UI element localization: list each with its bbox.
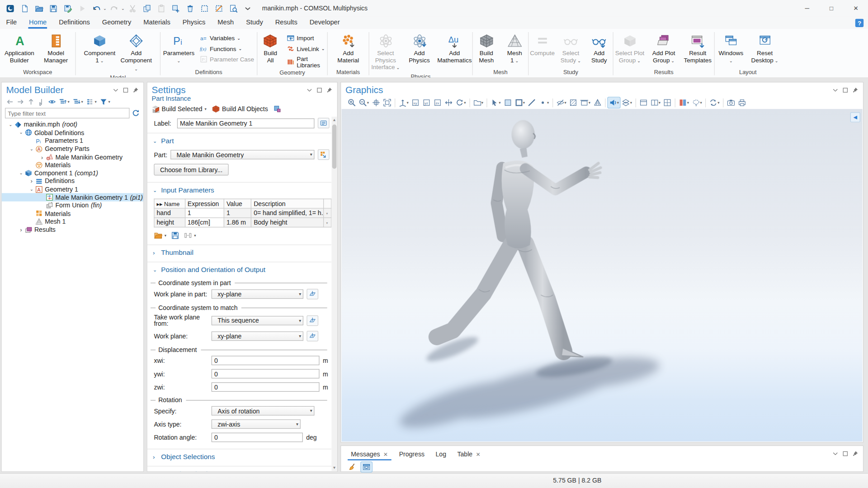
menu-tab-physics[interactable]: Physics — [176, 17, 212, 29]
qat-more-button[interactable] — [241, 2, 254, 15]
tab-messages[interactable]: Messages✕ — [345, 449, 393, 460]
table-row[interactable]: height186[cm]1.86 mBody height▾ — [154, 218, 331, 227]
edit-label-icon[interactable] — [318, 118, 330, 128]
settings-pin-button[interactable] — [326, 87, 333, 94]
run-button[interactable] — [75, 2, 89, 15]
cell-value[interactable]: 1.86 m — [224, 218, 251, 227]
section-header[interactable]: ›Object Selections — [147, 452, 332, 462]
menu-tab-home[interactable]: Home — [23, 17, 53, 29]
rotate-view-button[interactable]: ▾ — [454, 98, 467, 108]
forward-button[interactable] — [17, 98, 24, 106]
functions-button[interactable]: f(x)Functions⌄ — [198, 44, 256, 53]
tree-caret-icon[interactable]: ⌄ — [18, 171, 24, 176]
cell-value[interactable]: 1 — [224, 208, 251, 218]
menu-tab-file[interactable]: File — [0, 17, 23, 29]
tree-caret-icon[interactable]: ⌄ — [18, 130, 24, 135]
build-selected-button[interactable]: Build Selected▾ — [152, 105, 207, 113]
messages-pin-button[interactable] — [852, 450, 859, 457]
zoom-in-button[interactable] — [347, 98, 357, 108]
tree-item-geometry-1[interactable]: ⌄AGeometry 1 — [2, 185, 143, 193]
reset-desktop-button[interactable]: ResetDesktop ⌄ — [749, 32, 781, 66]
close-tab-icon[interactable]: ✕ — [383, 451, 388, 457]
tree-item-component-1[interactable]: ⌄Component 1(comp1) — [2, 169, 143, 177]
select-boundaries-button[interactable]: ▾ — [514, 98, 526, 108]
redo-button-dropdown[interactable]: ⌄ — [121, 6, 125, 11]
collapse-all-button[interactable] — [72, 98, 80, 106]
axis-type-combo[interactable]: zwi-axis▾ — [212, 419, 301, 429]
section-header[interactable]: ›Thumbnail — [147, 248, 332, 258]
menu-tab-results[interactable]: Results — [269, 17, 303, 29]
node-text-button[interactable] — [86, 98, 94, 106]
cell-description[interactable]: 0= hand simplified, 1= h... — [251, 208, 324, 218]
graphics-menu-button[interactable] — [832, 87, 839, 94]
save-button[interactable] — [47, 2, 60, 15]
add-study-button[interactable]: AddStudy — [585, 32, 613, 65]
tree-item-manikin-mph[interactable]: ⌄manikin.mph(root) — [2, 121, 143, 129]
add-mathematics-button[interactable]: ΔuAddMathematics — [437, 32, 472, 65]
minimize-button[interactable]: ─ — [795, 0, 819, 17]
refresh-icon[interactable] — [132, 109, 140, 117]
mesh-1-button[interactable]: Mesh1 ⌄ — [501, 32, 528, 66]
zwi-input[interactable] — [212, 382, 320, 392]
model-builder-float-button[interactable] — [123, 87, 129, 94]
scrollbar-thumb[interactable] — [332, 125, 337, 169]
settings-float-button[interactable] — [316, 87, 323, 94]
go-to-xy-view-button[interactable]: xy — [410, 98, 420, 108]
go-to-yz-view-button[interactable]: yz — [421, 98, 432, 108]
tree-item-definitions[interactable]: ›Definitions — [2, 177, 143, 185]
split-window-button[interactable]: ▾ — [649, 98, 662, 108]
move-up-button[interactable] — [27, 98, 35, 106]
parameters-button[interactable]: PiParameters⌄ — [161, 32, 196, 66]
default-view-button[interactable]: ▾ — [397, 98, 410, 108]
menu-tab-geometry[interactable]: Geometry — [96, 17, 137, 29]
tree-caret-icon[interactable]: › — [39, 154, 46, 160]
tree-item-male-manikin-geometry[interactable]: ›Male Manikin Geometry — [2, 153, 143, 161]
hide-objects-button[interactable]: ▾ — [555, 98, 568, 108]
tree-filter-input[interactable] — [5, 108, 130, 118]
xwi-input[interactable] — [212, 356, 320, 365]
cell-name[interactable]: hand — [154, 208, 185, 218]
tree-caret-icon[interactable]: ⌄ — [28, 187, 35, 192]
tree-item-materials[interactable]: Materials — [2, 161, 143, 169]
open-button[interactable] — [32, 2, 45, 15]
duplicate-button[interactable] — [169, 2, 182, 15]
specify-combo[interactable]: Axis of rotation▾ — [212, 406, 315, 416]
tab-progress[interactable]: Progress — [393, 449, 430, 460]
snapshot-button[interactable] — [726, 98, 736, 108]
close-button[interactable]: ✕ — [844, 0, 868, 17]
menu-tab-study[interactable]: Study — [240, 17, 269, 29]
show-selection-icon[interactable] — [307, 331, 318, 341]
tab-log[interactable]: Log — [430, 449, 452, 460]
label-input[interactable] — [177, 118, 315, 128]
model-builder-menu-button[interactable] — [113, 87, 119, 94]
tree-item-geometry-parts[interactable]: ⌄AGeometry Parts — [2, 145, 143, 153]
clear-messages-button[interactable] — [347, 462, 358, 472]
tree-item-global-definitions[interactable]: ⌄Global Definitions — [2, 129, 143, 137]
move-down-button[interactable] — [38, 98, 45, 106]
add-window-button[interactable] — [638, 98, 648, 108]
tree-caret-icon[interactable]: ⌄ — [7, 122, 14, 127]
paste-button[interactable] — [155, 2, 168, 15]
section-header[interactable]: ›Domain Selections — [147, 469, 332, 471]
sync-views-button[interactable]: ▾ — [708, 98, 721, 108]
tree-caret-icon[interactable]: › — [18, 226, 24, 233]
livelink-button[interactable]: LiveLink⌄ — [284, 44, 327, 53]
print-button[interactable] — [736, 98, 747, 108]
import-button[interactable]: Import — [284, 34, 327, 43]
build-all-button[interactable]: BuildAll — [257, 32, 283, 65]
find-button[interactable] — [226, 2, 240, 15]
work-plane-combo[interactable]: xy-plane▾ — [212, 331, 303, 341]
select-edges-button[interactable] — [527, 98, 537, 108]
zoom-out-button[interactable]: ▾ — [358, 98, 370, 108]
tree-item-materials[interactable]: Materials — [2, 210, 143, 218]
work-plane-in-part-combo[interactable]: xy-plane▾ — [212, 289, 303, 299]
redo-button[interactable] — [108, 2, 121, 15]
scene-settings-button[interactable]: ▾ — [472, 98, 485, 108]
undo-button-dropdown[interactable]: ⌄ — [103, 6, 107, 11]
add-component-button[interactable]: AddComponent ⌄ — [118, 32, 154, 74]
expand-all-button[interactable] — [59, 98, 66, 106]
graphics-canvas[interactable]: ◀ — [342, 109, 863, 441]
tree-item-form-union[interactable]: *Form Union(fin) — [2, 202, 143, 210]
component-1-button[interactable]: Component1 ⌄ — [82, 32, 117, 66]
show-button[interactable] — [48, 98, 56, 106]
